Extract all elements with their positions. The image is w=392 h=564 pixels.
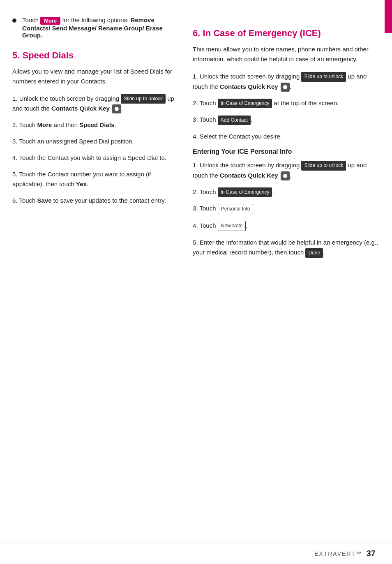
item-num: 3. [193,116,198,123]
section6-intro: This menu allows you to store names, pho… [193,44,380,64]
key-icon-1 [112,104,121,113]
list-item: 5. Touch the Contact number you want to … [12,169,176,189]
list-item: 4. Touch New Note. [193,221,380,231]
item-num: 2. [12,121,18,128]
item-num: 5. [193,239,198,246]
footer-brand: Extravert™ [314,550,362,557]
new-note-btn[interactable]: New Note [218,221,246,231]
slide-unlock-btn-2[interactable]: Slide up to unlock [301,72,346,81]
sub-section-title: Entering Your ICE Personal Info [193,148,380,155]
bullet-item-more: Touch More for the following options: Re… [12,16,176,39]
left-column: Touch More for the following options: Re… [12,16,189,518]
item-num: 3. [193,205,198,212]
bullet-dot [12,18,16,23]
save-bold: Save [37,197,52,204]
list-item: 1. Unlock the touch screen by dragging S… [193,72,380,92]
content-area: Touch More for the following options: Re… [0,0,392,543]
personal-info-btn[interactable]: Personal Info [218,204,254,214]
footer-page-number: 37 [367,549,376,558]
list-item: 3. Touch Add Contact. [193,115,380,125]
list-item: 4. Select the Contact you desire. [193,132,380,141]
add-contact-btn[interactable]: Add Contact [218,116,251,125]
item-num: 4. [193,133,198,140]
item-num: 1. [193,162,198,169]
item-num: 2. [193,99,198,106]
top-tab [385,0,392,33]
key-icon-3 [281,171,290,180]
list-item: 6. Touch Save to save your updates to th… [12,196,176,206]
list-item: 1. Unlock the touch screen by dragging S… [12,94,176,114]
item-num: 3. [12,138,18,145]
list-item: 2. Touch In Case of Emergency at the top… [193,98,380,109]
section6-title: 6. In Case of Emergency (ICE) [193,28,380,39]
item-num: 5. [12,171,18,178]
section5-title: 5. Speed Dials [12,50,176,61]
contacts-quick-key-label: Contacts Quick Key [51,105,110,112]
item-num: 2. [193,188,198,195]
item-num: 4. [193,222,198,229]
page-container: Touch More for the following options: Re… [0,0,392,564]
contacts-quick-key-label2: Contacts Quick Key [220,83,278,90]
slide-unlock-btn-3[interactable]: Slide up to unlock [301,161,346,170]
list-item: 4. Touch the Contact you wish to assign … [12,153,176,163]
item-num: 1. [12,95,18,102]
section5-list: 1. Unlock the touch screen by dragging S… [12,94,176,206]
more-button[interactable]: More [40,17,60,25]
footer: Extravert™ 37 [0,543,392,564]
list-item: 3. Touch Personal Info. [193,203,380,214]
in-case-emergency-btn-2[interactable]: In Case of Emergency [218,187,272,197]
contacts-quick-key-label3: Contacts Quick Key [220,172,278,179]
done-btn[interactable]: Done [305,248,323,258]
list-item: 2. Touch In Case of Emergency. [193,187,380,197]
list-item: 1. Unlock the touch screen by dragging S… [193,160,380,180]
item-num: 6. [12,197,18,204]
section6-list: 1. Unlock the touch screen by dragging S… [193,72,380,141]
section5-intro: Allows you to view and manage your list … [12,67,176,86]
list-item: 2. Touch More and then Speed Dials. [12,120,176,130]
list-item: 3. Touch an unassigned Speed Dial positi… [12,136,176,146]
ice-personal-info-list: 1. Unlock the touch screen by dragging S… [193,160,380,258]
item-num: 1. [193,73,198,80]
bullet-text: Touch More for the following options: Re… [22,16,176,39]
more-bold: More [37,121,52,128]
right-column: 6. In Case of Emergency (ICE) This menu … [189,16,380,518]
in-case-emergency-btn-1[interactable]: In Case of Emergency [218,99,272,108]
yes-bold: Yes [76,180,87,187]
item-num: 4. [12,154,18,161]
list-item: 5. Enter the information that would be h… [193,238,380,258]
speed-dials-bold: Speed Dials [79,121,114,128]
key-icon-2 [281,83,290,92]
slide-unlock-btn-1[interactable]: Slide up to unlock [121,94,166,104]
